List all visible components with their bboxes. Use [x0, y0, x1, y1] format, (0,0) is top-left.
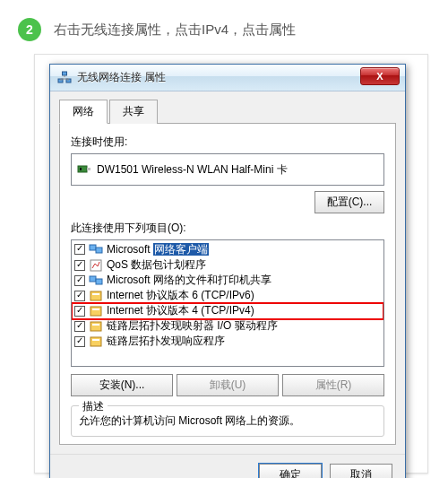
components-list[interactable]: Microsoft 网络客户端QoS 数据包计划程序Microsoft 网络的文… — [71, 239, 384, 367]
item-label: Microsoft 网络的文件和打印机共享 — [107, 273, 271, 288]
item-label: Microsoft 网络客户端 — [107, 242, 209, 257]
svg-rect-9 — [90, 276, 96, 282]
list-item[interactable]: Microsoft 网络客户端 — [73, 241, 383, 257]
list-item[interactable]: Microsoft 网络的文件和打印机共享 — [73, 273, 383, 288]
item-label: Internet 协议版本 4 (TCP/IPv4) — [107, 303, 254, 318]
svg-rect-5 — [80, 168, 82, 170]
configure-button[interactable]: 配置(C)... — [314, 191, 384, 213]
install-button[interactable]: 安装(N)... — [71, 374, 173, 396]
checkbox[interactable] — [74, 291, 85, 301]
tab-share[interactable]: 共享 — [109, 100, 158, 124]
items-label: 此连接使用下列项目(O): — [71, 221, 384, 236]
checkbox[interactable] — [74, 306, 85, 317]
checkbox[interactable] — [74, 260, 85, 271]
client-icon — [89, 274, 103, 288]
network-icon — [57, 71, 72, 85]
svg-rect-7 — [96, 248, 102, 253]
description-label: 描述 — [79, 399, 108, 414]
svg-rect-18 — [92, 339, 99, 341]
list-item[interactable]: Internet 协议版本 4 (TCP/IPv4) — [73, 303, 383, 318]
checkbox[interactable] — [74, 275, 85, 286]
close-button[interactable]: X — [360, 67, 400, 85]
svg-rect-4 — [87, 168, 90, 170]
step-number-badge: 2 — [18, 18, 41, 41]
adapter-icon — [77, 161, 91, 178]
connect-using-label: 连接时使用: — [71, 135, 384, 150]
screenshot-frame: 无线网络连接 属性 X 网络 共享 连接时使用: DW1501 Wireless… — [34, 54, 428, 474]
svg-rect-8 — [90, 260, 101, 271]
ok-button[interactable]: 确定 — [259, 464, 322, 478]
svg-rect-10 — [96, 279, 102, 284]
dialog-title: 无线网络连接 属性 — [77, 70, 166, 85]
svg-rect-2 — [63, 72, 67, 75]
dialog-titlebar: 无线网络连接 属性 X — [50, 65, 405, 91]
svg-rect-14 — [92, 309, 99, 310]
proto-icon — [89, 335, 103, 349]
svg-rect-17 — [90, 337, 101, 346]
properties-button[interactable]: 属性(R) — [282, 374, 384, 396]
list-item[interactable]: QoS 数据包计划程序 — [73, 257, 383, 273]
dialog-footer: 确定 取消 — [50, 454, 405, 478]
description-group: 描述 允许您的计算机访问 Microsoft 网络上的资源。 — [71, 405, 384, 437]
tab-pane-network: 连接时使用: DW1501 Wireless-N WLAN Half-Mini … — [59, 124, 396, 445]
proto-icon — [89, 304, 103, 318]
description-text: 允许您的计算机访问 Microsoft 网络上的资源。 — [79, 413, 376, 429]
checkbox[interactable] — [74, 321, 85, 332]
properties-dialog: 无线网络连接 属性 X 网络 共享 连接时使用: DW1501 Wireless… — [49, 64, 406, 478]
checkbox[interactable] — [74, 336, 85, 347]
svg-rect-3 — [78, 166, 87, 172]
client-icon — [89, 242, 103, 256]
svg-rect-13 — [90, 307, 101, 316]
svg-rect-16 — [92, 324, 99, 326]
item-label: 链路层拓扑发现映射器 I/O 驱动程序 — [107, 318, 278, 334]
step-instruction-text: 右击无线连接属性，点击IPv4，点击属性 — [54, 22, 296, 39]
item-label: Internet 协议版本 6 (TCP/IPv6) — [107, 288, 254, 303]
list-item[interactable]: Internet 协议版本 6 (TCP/IPv6) — [73, 288, 383, 303]
list-item[interactable]: 链路层拓扑发现响应程序 — [73, 334, 383, 349]
svg-rect-6 — [90, 245, 96, 250]
svg-rect-12 — [92, 293, 99, 295]
dialog-body: 网络 共享 连接时使用: DW1501 Wireless-N WLAN Half… — [50, 91, 405, 454]
tab-strip: 网络 共享 — [59, 99, 396, 124]
adapter-field: DW1501 Wireless-N WLAN Half-Mini 卡 — [71, 153, 384, 186]
proto-icon — [89, 319, 103, 334]
proto-icon — [89, 289, 103, 303]
tab-network[interactable]: 网络 — [59, 100, 108, 124]
step-header: 2 右击无线连接属性，点击IPv4，点击属性 — [0, 0, 448, 54]
adapter-name: DW1501 Wireless-N WLAN Half-Mini 卡 — [97, 162, 288, 178]
svg-rect-15 — [90, 322, 101, 331]
cancel-button[interactable]: 取消 — [330, 464, 392, 478]
list-item[interactable]: 链路层拓扑发现映射器 I/O 驱动程序 — [73, 318, 383, 334]
checkbox[interactable] — [74, 244, 85, 255]
item-label: QoS 数据包计划程序 — [107, 257, 206, 273]
uninstall-button[interactable]: 卸载(U) — [177, 374, 279, 396]
svg-rect-11 — [90, 291, 101, 300]
qos-icon — [89, 258, 103, 273]
item-label: 链路层拓扑发现响应程序 — [107, 334, 225, 349]
